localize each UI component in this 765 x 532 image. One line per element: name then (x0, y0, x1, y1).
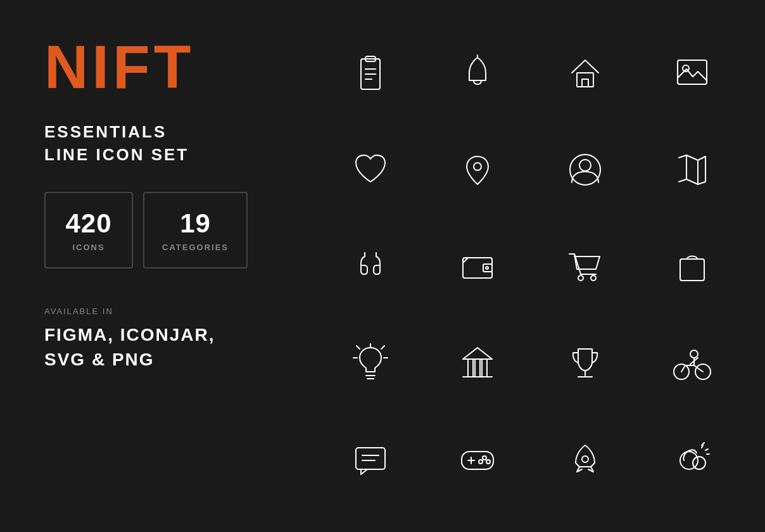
icons-number: 420 (65, 208, 111, 239)
svg-point-12 (579, 160, 591, 171)
museum-icon (424, 314, 532, 410)
logo-t: T (154, 33, 195, 101)
logo-f: F (113, 33, 154, 101)
available-label: AVAILABLE IN (44, 307, 253, 316)
location-icon (424, 122, 532, 218)
user-icon (531, 122, 639, 218)
svg-line-29 (381, 346, 384, 349)
logo-i: I (92, 33, 113, 101)
home-icon (531, 25, 639, 122)
svg-rect-42 (356, 448, 385, 469)
svg-point-50 (479, 460, 483, 464)
categories-number: 19 (180, 208, 211, 239)
svg-point-48 (483, 456, 486, 460)
formats: FIGMA, ICONJAR,SVG & PNG (44, 322, 253, 372)
wallet-icon (424, 218, 532, 314)
svg-point-10 (474, 163, 481, 170)
chat-icon (317, 410, 424, 507)
bag-icon (639, 218, 747, 314)
svg-rect-35 (482, 359, 487, 377)
stats-row: 420 ICONS 19 CATEGORIES (44, 192, 253, 269)
categories-label: CATEGORIES (162, 243, 229, 252)
svg-point-49 (486, 460, 490, 464)
icons-label: ICONS (72, 243, 104, 252)
cloudy-icon (639, 410, 747, 507)
cycling-icon (639, 314, 747, 410)
heart-icon (317, 122, 424, 218)
svg-point-51 (582, 456, 588, 462)
svg-point-53 (693, 457, 705, 469)
svg-rect-22 (680, 259, 704, 281)
lightbulb-icon (317, 314, 424, 410)
svg-point-19 (486, 267, 488, 269)
svg-line-57 (702, 443, 704, 445)
svg-rect-8 (678, 60, 707, 84)
svg-marker-32 (463, 348, 492, 359)
svg-rect-33 (468, 359, 473, 377)
stat-icons: 420 ICONS (44, 192, 133, 269)
svg-line-55 (705, 449, 708, 450)
logo-n: N (44, 33, 92, 101)
image-icon (639, 25, 747, 122)
map-icon (639, 122, 747, 218)
subtitle-line1: ESSENTIALS (44, 120, 253, 143)
svg-point-52 (680, 452, 698, 469)
stat-categories: 19 CATEGORIES (143, 192, 248, 269)
clipboard-icon (317, 25, 424, 122)
cart-icon (531, 218, 639, 314)
svg-rect-34 (475, 359, 480, 377)
icons-grid (298, 0, 765, 532)
logo: NIFT (44, 37, 253, 98)
svg-point-20 (578, 276, 583, 281)
svg-point-21 (591, 276, 596, 281)
subtitle-line2: LINE ICON SET (44, 143, 253, 166)
left-panel: NIFT ESSENTIALS LINE ICON SET 420 ICONS … (0, 0, 298, 532)
trophy-icon (531, 314, 639, 410)
subtitle: ESSENTIALS LINE ICON SET (44, 120, 253, 167)
rocket-icon (531, 410, 639, 507)
svg-point-40 (690, 350, 698, 358)
bell-icon (424, 25, 532, 122)
airpods-icon (317, 218, 424, 314)
svg-rect-7 (582, 79, 588, 87)
svg-line-28 (357, 346, 360, 349)
gamepad-icon (424, 410, 532, 507)
